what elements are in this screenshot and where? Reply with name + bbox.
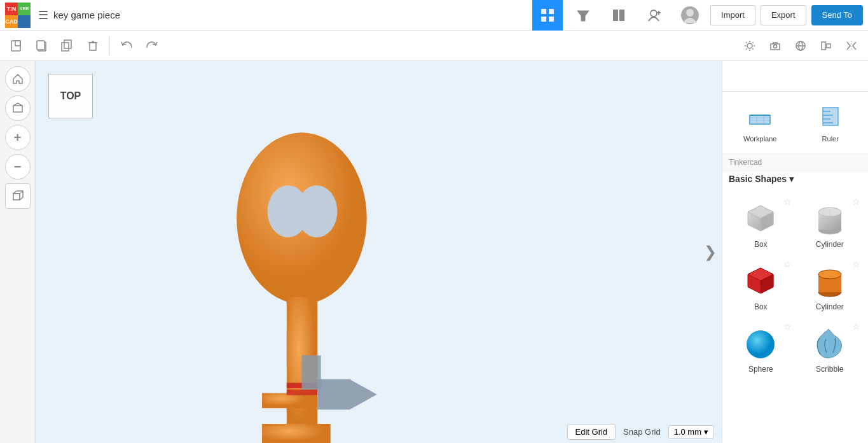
shape-item-cyl-gray[interactable]: ☆ Cylind (797, 194, 864, 254)
camera-button[interactable] (764, 34, 787, 57)
svg-rect-13 (15, 41, 20, 46)
gallery-button[interactable] (603, 0, 634, 31)
svg-rect-39 (262, 393, 310, 409)
svg-point-7 (651, 10, 657, 17)
shape-label-scribble: Scribble (816, 365, 843, 374)
new-button[interactable] (5, 34, 28, 57)
logo-tin: TIN (5, 3, 18, 15)
right-panel: Workplane Ruler Tinkercad Basic Shapes (722, 61, 868, 443)
shape-item-sphere-blue[interactable]: ☆ Sphere (727, 319, 794, 379)
snap-value-dropdown-icon[interactable]: ▾ (704, 427, 708, 437)
svg-rect-41 (287, 390, 317, 395)
svg-rect-16 (62, 43, 69, 51)
svg-rect-31 (13, 193, 20, 200)
shape-star-sphere-blue[interactable]: ☆ (783, 321, 792, 332)
shape-label-box-gray: Box (754, 240, 768, 249)
left-panel: + − (0, 61, 36, 443)
shape-star-scribble[interactable]: ☆ (852, 321, 860, 332)
learn-button[interactable] (568, 0, 598, 31)
avatar-button[interactable] (675, 0, 705, 31)
shape-star-cyl-orange[interactable]: ☆ (852, 259, 860, 269)
svg-rect-15 (37, 41, 45, 50)
svg-point-78 (747, 330, 775, 358)
svg-rect-26 (822, 42, 825, 50)
shape-star-cyl-gray[interactable]: ☆ (852, 197, 860, 207)
align-button[interactable] (815, 34, 837, 57)
shape-item-box-gray[interactable]: ☆ (727, 194, 794, 254)
zoom-out-button[interactable]: − (5, 154, 31, 179)
workplane-ruler-section: Workplane Ruler (722, 92, 868, 153)
add-user-button[interactable] (639, 0, 670, 31)
svg-marker-4 (577, 11, 589, 21)
ruler-icon (818, 102, 843, 132)
svg-rect-27 (827, 44, 830, 48)
canvas-area[interactable]: TOP (36, 61, 722, 443)
shapes-title: Basic Shapes (729, 174, 787, 184)
undo-button[interactable] (115, 34, 138, 57)
edit-grid-button[interactable]: Edit Grid (567, 424, 616, 440)
logo-ker: KER (18, 3, 31, 15)
ruler-button[interactable]: Ruler (798, 97, 864, 148)
bottom-bar: Edit Grid Snap Grid 1.0 mm ▾ (467, 420, 722, 443)
shape-label-sphere-blue: Sphere (748, 365, 773, 374)
shapes-category: Tinkercad (722, 153, 868, 171)
view3d-button[interactable] (789, 34, 812, 57)
home-button[interactable] (5, 66, 31, 92)
zoom-in-button[interactable]: + (5, 125, 31, 150)
delete-button[interactable] (81, 34, 104, 57)
shape-item-scribble[interactable]: ☆ Scribble (797, 319, 864, 379)
light-button[interactable] (738, 34, 761, 57)
shape-item-cyl-orange[interactable]: ☆ Cylinder (797, 257, 864, 316)
copy-button[interactable] (31, 34, 53, 57)
expand-panel-button[interactable]: ❯ (704, 243, 717, 261)
snap-value-text: 1.0 mm (674, 427, 701, 437)
fit-view-button[interactable] (5, 95, 31, 121)
project-title: key game piece (53, 10, 120, 20)
right-top-bar (722, 61, 868, 92)
workplane-button[interactable]: Workplane (727, 97, 793, 148)
workplane-icon (747, 102, 773, 132)
duplicate-button[interactable] (56, 34, 79, 57)
svg-point-77 (818, 270, 841, 279)
snap-value-selector[interactable]: 1.0 mm ▾ (668, 425, 714, 439)
redo-button[interactable] (141, 34, 163, 57)
svg-rect-18 (90, 43, 96, 50)
import-button[interactable]: Import (710, 5, 755, 25)
key-model[interactable] (163, 112, 468, 443)
grid-view-button[interactable] (532, 0, 563, 31)
workplane-label: Workplane (743, 135, 776, 143)
snap-grid-label: Snap Grid (623, 427, 661, 437)
export-button[interactable]: Export (761, 5, 806, 25)
logo-cad: CAD (5, 15, 18, 28)
tinkercad-logo[interactable]: TIN KER CAD (5, 3, 31, 28)
shape-label-cyl-orange: Cylinder (816, 302, 844, 311)
shape-label-box-red: Box (754, 302, 768, 311)
shape-star-box-gray[interactable]: ☆ (783, 197, 792, 207)
mirror-button[interactable] (840, 34, 863, 57)
svg-rect-5 (613, 10, 618, 21)
svg-rect-38 (262, 424, 331, 443)
view-label: TOP (48, 74, 93, 118)
svg-rect-3 (549, 17, 554, 22)
orthographic-button[interactable] (5, 183, 31, 209)
svg-point-36 (296, 185, 338, 237)
send-to-button[interactable]: Send To (811, 5, 863, 25)
shape-item-box-red[interactable]: ☆ Box (727, 257, 794, 316)
logo-block (18, 15, 31, 28)
shape-label-cyl-gray: Cylinder (816, 240, 844, 249)
svg-rect-17 (64, 40, 71, 48)
svg-point-11 (686, 9, 694, 17)
svg-rect-43 (301, 355, 320, 390)
svg-rect-6 (619, 10, 624, 21)
svg-point-21 (747, 43, 752, 48)
shape-star-box-red[interactable]: ☆ (783, 259, 792, 269)
shapes-grid: ☆ (722, 189, 868, 384)
svg-rect-46 (750, 115, 770, 124)
svg-rect-1 (549, 9, 554, 14)
shapes-dropdown-icon: ▾ (789, 174, 794, 184)
shapes-dropdown[interactable]: Basic Shapes ▾ (722, 171, 868, 189)
ruler-label: Ruler (822, 135, 839, 143)
project-menu-icon[interactable]: ☰ (38, 8, 48, 22)
svg-rect-30 (13, 106, 22, 112)
svg-point-22 (774, 45, 777, 48)
